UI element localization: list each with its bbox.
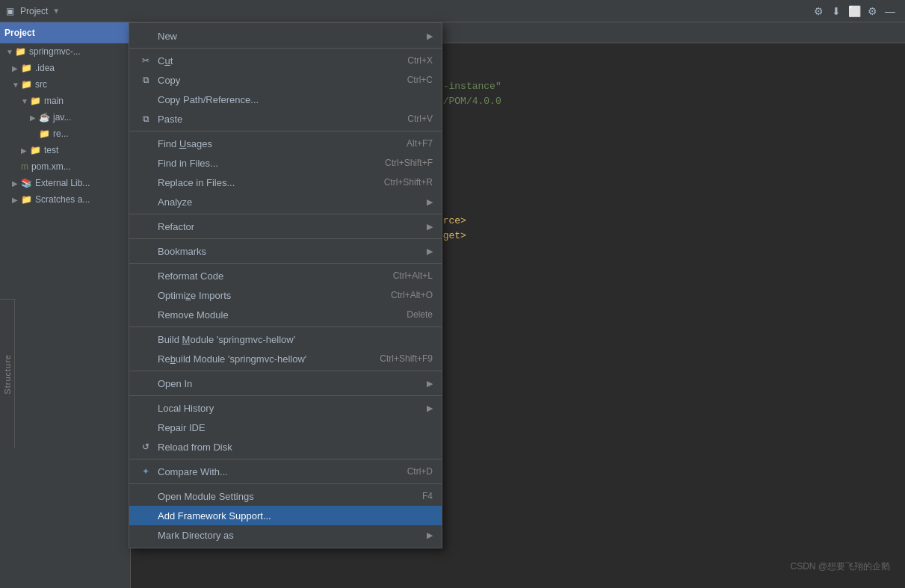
menu-label-analyze: Analyze	[158, 196, 192, 208]
menu-item-bookmarks[interactable]: Bookmarks ▶	[129, 241, 442, 261]
tree-item-main[interactable]: ▼ 📁 main	[0, 93, 130, 109]
menu-item-analyze[interactable]: Analyze ▶	[129, 192, 442, 211]
menu-label-find-usages: Find Usages	[158, 138, 212, 149]
project-panel-icon: ▣	[6, 6, 14, 16]
shortcut-find-files: Ctrl+Shift+F	[385, 158, 433, 168]
compare-with-icon: ✦	[138, 466, 153, 477]
tree-item-java[interactable]: ▶ ☕ jav...	[0, 109, 130, 126]
menu-label-paste: Paste	[158, 114, 182, 125]
menu-label-reload-disk: Reload from Disk	[158, 442, 232, 453]
menu-label-remove-module: Remove Module	[158, 309, 229, 321]
menu-label-optimize: Optimize Imports	[158, 290, 231, 301]
tree-item-pom[interactable]: m pom.xm...	[0, 158, 130, 175]
tree-item-root[interactable]: ▼ 📁 springmvc-...	[0, 43, 130, 60]
tree-item-test[interactable]: ▶ 📁 test	[0, 142, 130, 158]
menu-item-new[interactable]: New ▶	[129, 26, 442, 46]
menu-label-rebuild-module: Rebuild Module 'springmvc-hellow'	[158, 353, 306, 365]
tree-item-scratches[interactable]: ▶ 📁 Scratches a...	[0, 191, 130, 208]
menu-item-compare-with[interactable]: ✦ Compare With... Ctrl+D	[129, 462, 442, 481]
watermark: CSDN @想要飞翔的企鹅	[790, 560, 890, 573]
arrow-right-bookmarks: ▶	[427, 247, 433, 256]
reload-disk-icon: ↺	[138, 442, 153, 452]
menu-item-replace-files[interactable]: Replace in Files... Ctrl+Shift+R	[129, 173, 442, 192]
menu-label-add-framework: Add Framework Support...	[158, 510, 271, 522]
shortcut-compare: Ctrl+D	[407, 466, 433, 477]
menu-item-add-framework[interactable]: Add Framework Support...	[129, 506, 442, 525]
menu-item-repair-ide[interactable]: Repair IDE	[129, 418, 442, 437]
structure-label: Structure	[3, 354, 12, 394]
menu-label-refactor: Refactor	[158, 221, 194, 232]
separator-5	[129, 263, 442, 264]
toolbar-down-icon[interactable]: ⬇	[827, 2, 845, 20]
menu-item-copy[interactable]: ⧉ Copy Ctrl+C	[129, 70, 442, 90]
menu-item-local-history[interactable]: Local History ▶	[129, 398, 442, 418]
context-menu: New ▶ ✂ Cut Ctrl+X ⧉ Copy Ctrl+C Copy Pa…	[129, 22, 442, 548]
menu-item-reformat[interactable]: Reformat Code Ctrl+Alt+L	[129, 266, 442, 285]
toolbar-layout-icon[interactable]: ⬜	[845, 2, 863, 20]
shortcut-copy: Ctrl+C	[407, 75, 433, 85]
menu-item-open-in[interactable]: Open In ▶	[129, 374, 442, 393]
tree-item-src[interactable]: ▼ 📁 src	[0, 76, 130, 93]
menu-item-build-module[interactable]: Build Module 'springmvc-hellow'	[129, 329, 442, 349]
tree-item-idea[interactable]: ▶ 📁 .idea	[0, 60, 130, 76]
separator-4	[129, 238, 442, 239]
menu-label-open-in: Open In	[158, 378, 192, 389]
tree-label-idea: .idea	[35, 63, 55, 73]
arrow-right-new: ▶	[427, 31, 433, 41]
shortcut-cut: Ctrl+X	[407, 55, 433, 66]
toolbar-minimize-icon[interactable]: —	[881, 2, 899, 20]
menu-label-mark-directory: Mark Directory as	[158, 530, 234, 541]
menu-item-copy-path[interactable]: Copy Path/Reference...	[129, 90, 442, 109]
menu-item-refactor[interactable]: Refactor ▶	[129, 217, 442, 236]
tree-item-external-lib[interactable]: ▶ 📚 External Lib...	[0, 175, 130, 191]
project-panel-title: Project	[4, 28, 35, 38]
shortcut-module-settings: F4	[422, 491, 433, 501]
toolbar-settings-icon[interactable]: ⚙	[809, 2, 827, 20]
menu-label-replace-files: Replace in Files...	[158, 177, 235, 188]
menu-item-optimize[interactable]: Optimize Imports Ctrl+Alt+O	[129, 285, 442, 305]
menu-item-cut[interactable]: ✂ Cut Ctrl+X	[129, 51, 442, 70]
tree-label-external: External Lib...	[35, 178, 90, 188]
project-panel: Project ▼ 📁 springmvc-... ▶ 📁 .idea ▼ 📁 …	[0, 22, 131, 588]
menu-label-bookmarks: Bookmarks	[158, 246, 206, 257]
separator-6	[129, 327, 442, 327]
menu-item-find-usages[interactable]: Find Usages Alt+F7	[129, 134, 442, 153]
menu-item-reload-disk[interactable]: ↺ Reload from Disk	[129, 437, 442, 457]
project-label: Project	[20, 6, 48, 16]
arrow-right-local-history: ▶	[427, 403, 433, 413]
menu-item-find-files[interactable]: Find in Files... Ctrl+Shift+F	[129, 153, 442, 173]
tree-item-resources[interactable]: 📁 re...	[0, 126, 130, 142]
separator-7	[129, 371, 442, 371]
menu-label-local-history: Local History	[158, 403, 214, 414]
tree-label-scratches: Scratches a...	[35, 194, 90, 205]
tree-label-pom: pom.xm...	[31, 161, 71, 172]
shortcut-replace-files: Ctrl+Shift+R	[384, 177, 433, 188]
toolbar-gear-icon[interactable]: ⚙	[863, 2, 881, 20]
separator-8	[129, 395, 442, 396]
arrow-right-analyze: ▶	[427, 197, 433, 207]
menu-item-module-settings[interactable]: Open Module Settings F4	[129, 486, 442, 506]
separator-1	[129, 48, 442, 49]
menu-label-compare-with: Compare With...	[158, 466, 228, 477]
menu-item-mark-directory[interactable]: Mark Directory as ▶	[129, 525, 442, 545]
tree-label-java: jav...	[53, 112, 71, 123]
menu-label-module-settings: Open Module Settings	[158, 491, 254, 502]
copy-icon: ⧉	[138, 75, 153, 85]
separator-9	[129, 459, 442, 459]
tree-label-main: main	[44, 96, 64, 106]
shortcut-rebuild: Ctrl+Shift+F9	[380, 353, 433, 364]
tree-label-test: test	[44, 145, 58, 155]
menu-label-cut: Cut	[158, 55, 173, 66]
shortcut-optimize: Ctrl+Alt+O	[391, 290, 433, 300]
menu-label-reformat: Reformat Code	[158, 270, 223, 282]
title-bar: ▣ Project ▼ ⚙ ⬇ ⬜ ⚙ —	[0, 0, 905, 22]
menu-item-remove-module[interactable]: Remove Module Delete	[129, 305, 442, 324]
separator-2	[129, 131, 442, 131]
menu-label-find-files: Find in Files...	[158, 158, 218, 169]
dropdown-arrow[interactable]: ▼	[52, 7, 60, 15]
structure-panel[interactable]: Structure	[0, 299, 15, 448]
menu-label-repair-ide: Repair IDE	[158, 422, 206, 433]
menu-item-rebuild-module[interactable]: Rebuild Module 'springmvc-hellow' Ctrl+S…	[129, 349, 442, 368]
menu-item-paste[interactable]: ⧉ Paste Ctrl+V	[129, 109, 442, 129]
shortcut-remove-module: Delete	[407, 309, 433, 320]
